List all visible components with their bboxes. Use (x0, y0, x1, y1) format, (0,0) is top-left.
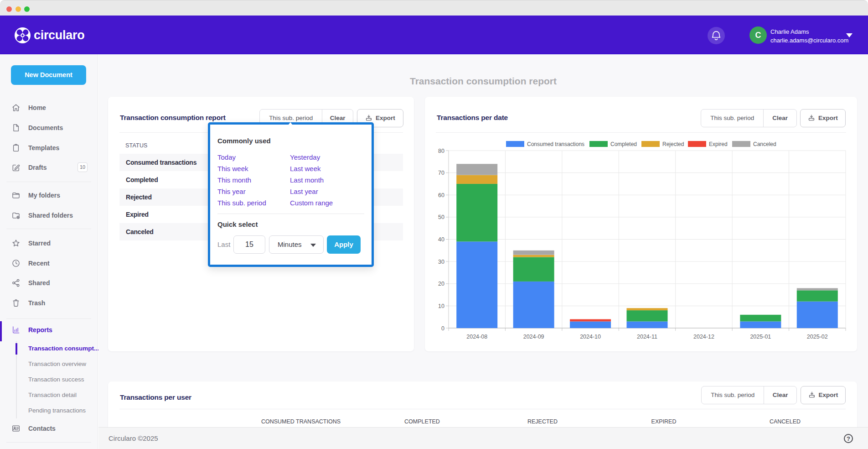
svg-text:40: 40 (438, 236, 444, 243)
svg-text:Rejected: Rejected (662, 141, 684, 147)
svg-text:Canceled: Canceled (753, 141, 776, 147)
svg-text:2024-08: 2024-08 (466, 334, 487, 340)
svg-text:2024-12: 2024-12 (693, 334, 714, 340)
svg-text:2024-10: 2024-10 (580, 334, 601, 340)
svg-text:60: 60 (438, 192, 444, 198)
svg-text:80: 80 (438, 148, 444, 154)
svg-text:10: 10 (438, 303, 444, 309)
svg-text:2025-01: 2025-01 (750, 334, 771, 340)
svg-text:2024-09: 2024-09 (523, 334, 544, 340)
svg-text:30: 30 (438, 259, 444, 265)
svg-text:Completed: Completed (610, 141, 637, 147)
svg-text:Expired: Expired (709, 141, 728, 147)
svg-text:50: 50 (438, 214, 444, 220)
svg-text:20: 20 (438, 281, 444, 287)
svg-text:Consumed transactions: Consumed transactions (527, 141, 584, 147)
svg-text:2025-02: 2025-02 (807, 334, 828, 340)
svg-text:2024-11: 2024-11 (637, 334, 657, 340)
svg-text:0: 0 (441, 325, 444, 332)
svg-text:70: 70 (438, 170, 444, 176)
